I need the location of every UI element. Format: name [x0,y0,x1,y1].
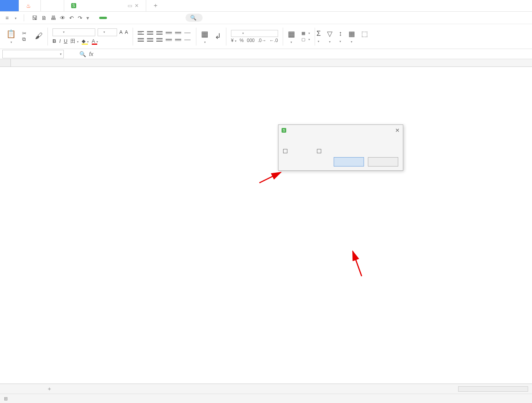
align-top-center[interactable] [147,30,153,36]
clipboard-group: ✂ ⧉ [19,26,32,47]
ok-button[interactable] [334,157,364,166]
fill-color-button[interactable]: ◆ ▾ [82,38,89,44]
tab-home[interactable] [0,0,19,11]
wrap-button[interactable]: ↲ [212,26,224,47]
select-all-corner[interactable] [0,59,11,67]
fill-icon: ▦ [348,30,355,38]
fire-icon: ♨ [26,3,31,9]
italic-button[interactable]: I [59,38,61,44]
underline-button[interactable]: U [64,38,67,44]
increase-font-icon[interactable]: A [119,30,122,35]
add-sheet-button[interactable]: ＋ [43,385,56,392]
orientation[interactable] [184,30,191,36]
zoom-formula-icon[interactable]: 🔍 [79,51,86,57]
percent-button[interactable]: % [240,38,244,43]
quick-access-toolbar: 🖫 🗎 🖶 👁 ↶ ↷ ▾ [29,15,92,21]
copy-icon: ⧉ [22,36,26,42]
cond-format-button[interactable]: ▦ ▾ [285,26,298,47]
status-bar: ⊞ [0,394,532,403]
cell-button[interactable]: ⬚ [361,30,368,44]
dialog-titlebar[interactable]: S ✕ [278,125,403,136]
sum-button[interactable]: Σ ▾ [317,30,321,44]
spreadsheet-icon: S [282,128,286,133]
table-style-icon: ▦ [301,31,305,36]
print-icon[interactable]: 🖶 [51,15,56,21]
skip-blanks-checkbox[interactable] [283,149,290,153]
menubar: ≡ ▾ 🖫 🗎 🖶 👁 ↶ ↷ ▾ 🔍 [0,12,532,24]
tab-daoqiao[interactable]: ♨ [19,0,41,11]
brush-icon: 🖌 [35,32,43,40]
sort-icon: ↕ [339,30,342,38]
new-tab-button[interactable]: ＋ [146,0,165,11]
decrease-decimal[interactable]: ←.0 [270,38,278,43]
font-color-button[interactable]: A ▾ [92,38,98,44]
document-tabs: ♨ S ▭ ✕ ＋ [0,0,532,12]
search-box[interactable]: 🔍 [186,14,203,22]
save-icon[interactable]: 🖫 [32,15,37,21]
sigma-icon: Σ [317,30,321,38]
wrap-btn[interactable] [184,37,191,43]
name-box[interactable]: ▾ [2,50,64,58]
align-top-right[interactable] [156,30,163,36]
filter-button[interactable]: ▽ ▾ [327,30,332,44]
merge-icon: ▦ [201,29,208,39]
font-name-select[interactable]: ▾ [52,28,95,36]
align-center[interactable] [147,37,153,43]
close-tab-icon[interactable]: ✕ [135,3,139,9]
tab-start[interactable] [99,17,107,19]
paste-button[interactable]: 📋 ▾ [3,26,19,47]
ribbon: 📋 ▾ ✂ ⧉ 🖌 ▾ ▾ A A B I U 田 ▾ ◆ ▾ A ▾ [0,24,532,49]
sheet-tab-bar: ＋ [0,384,532,394]
clipboard-icon: 📋 [6,29,16,39]
qat-dropdown[interactable]: ▾ [86,15,89,21]
number-format-select[interactable]: ▾ [231,30,278,37]
close-icon[interactable]: ✕ [395,127,400,133]
paste-special-dialog: S ✕ [278,124,403,171]
merge-button[interactable]: ▦ ▾ [198,26,212,47]
cancel-button[interactable] [368,157,398,166]
border-button[interactable]: 田 ▾ [70,38,79,45]
spreadsheet-grid[interactable] [0,59,532,336]
align-right[interactable] [156,37,163,43]
table-style-button[interactable]: ▦ ▾ [301,31,310,36]
align-top-left[interactable] [138,30,144,36]
wrap-icon: ↲ [215,32,221,41]
fx-icon[interactable]: fx [89,51,93,57]
redo-icon[interactable]: ↷ [78,15,82,21]
hamburger-icon[interactable]: ≡ [4,15,10,21]
print-preview-icon[interactable]: 👁 [60,15,65,21]
indent-left[interactable] [166,30,172,36]
cell-icon: ⬚ [361,30,368,38]
increase-decimal[interactable]: .0→ [258,38,266,43]
currency-button[interactable]: ¥ ▾ [231,38,236,43]
save-as-icon[interactable]: 🗎 [41,15,47,21]
copy-button[interactable]: ⧉ [22,36,29,42]
cond-format-icon: ▦ [288,29,295,39]
decrease-indent[interactable] [166,37,172,43]
comma-button[interactable]: 000 [247,38,255,43]
increase-indent[interactable] [175,37,181,43]
indent-right[interactable] [175,30,181,36]
undo-icon[interactable]: ↶ [69,15,74,21]
number-group: ▾ ¥ ▾ % 000 .0→ ←.0 [228,26,281,47]
bold-button[interactable]: B [52,38,56,44]
format-painter-button[interactable]: 🖌 [32,26,46,47]
transpose-checkbox[interactable] [317,149,324,153]
status-icon: ⊞ [4,396,8,401]
funnel-icon: ▽ [327,30,332,38]
file-menu[interactable]: ▾ [12,15,19,21]
cell-style-button[interactable]: ▢ ▾ [301,37,310,42]
tab-file[interactable]: S ▭ ✕ [64,0,146,11]
align-left[interactable] [138,37,144,43]
decrease-font-icon[interactable]: A [125,30,128,35]
cut-button[interactable]: ✂ [22,30,29,36]
font-size-select[interactable]: ▾ [98,28,117,36]
horizontal-scrollbar[interactable] [458,386,528,392]
restore-icon[interactable]: ▭ [128,3,132,9]
search-icon: 🔍 [190,15,196,21]
fill-button[interactable]: ▦ ▾ [348,30,355,44]
sort-button[interactable]: ↕ ▾ [339,30,342,44]
formula-bar: ▾ 🔍 fx [0,49,532,59]
tab-spacer [41,0,64,11]
align-group [135,26,194,47]
